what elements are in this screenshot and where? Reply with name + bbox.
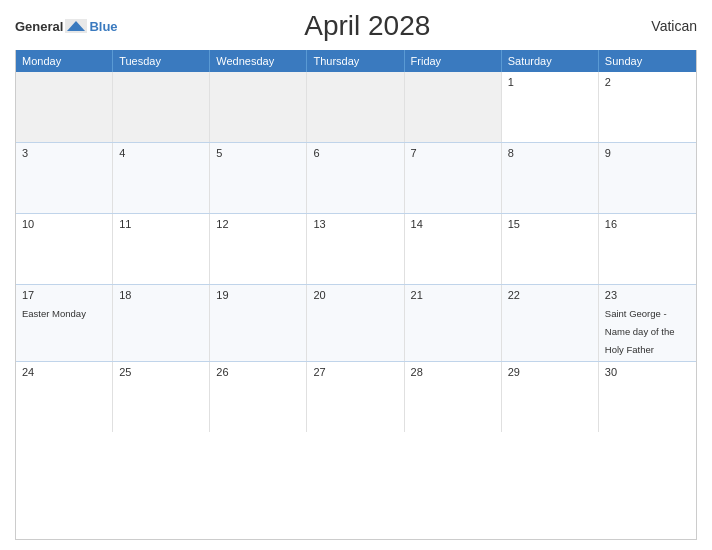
day-number: 15 [508, 218, 592, 230]
table-row: 22 [502, 285, 599, 361]
day-number: 25 [119, 366, 203, 378]
calendar-body: 1234567891011121314151617Easter Monday18… [16, 72, 696, 432]
day-number: 29 [508, 366, 592, 378]
table-row: 27 [307, 362, 404, 432]
page-title: April 2028 [118, 10, 617, 42]
day-number: 6 [313, 147, 397, 159]
table-row: 17Easter Monday [16, 285, 113, 361]
table-row [16, 72, 113, 142]
day-number: 5 [216, 147, 300, 159]
table-row: 13 [307, 214, 404, 284]
day-number: 14 [411, 218, 495, 230]
day-number: 26 [216, 366, 300, 378]
day-number: 11 [119, 218, 203, 230]
day-number: 2 [605, 76, 690, 88]
table-row: 12 [210, 214, 307, 284]
event-label: Easter Monday [22, 308, 86, 319]
table-row: 26 [210, 362, 307, 432]
table-row: 6 [307, 143, 404, 213]
table-row [113, 72, 210, 142]
day-number: 4 [119, 147, 203, 159]
day-number: 30 [605, 366, 690, 378]
day-number: 19 [216, 289, 300, 301]
header: General Blue April 2028 Vatican [15, 10, 697, 42]
day-number: 28 [411, 366, 495, 378]
table-row: 1 [502, 72, 599, 142]
table-row: 23Saint George - Name day of the Holy Fa… [599, 285, 696, 361]
logo: General Blue [15, 19, 118, 34]
country-label: Vatican [617, 18, 697, 34]
cal-header-cell-thursday: Thursday [307, 50, 404, 72]
calendar-week-4: 17Easter Monday181920212223Saint George … [16, 285, 696, 362]
table-row: 10 [16, 214, 113, 284]
table-row: 29 [502, 362, 599, 432]
cal-header-cell-friday: Friday [405, 50, 502, 72]
logo-flag-icon [65, 19, 87, 33]
calendar-week-3: 10111213141516 [16, 214, 696, 285]
table-row: 8 [502, 143, 599, 213]
cal-header-cell-sunday: Sunday [599, 50, 696, 72]
day-number: 21 [411, 289, 495, 301]
event-label: Saint George - Name day of the Holy Fath… [605, 308, 675, 355]
table-row: 21 [405, 285, 502, 361]
day-number: 27 [313, 366, 397, 378]
table-row: 19 [210, 285, 307, 361]
day-number: 13 [313, 218, 397, 230]
table-row: 5 [210, 143, 307, 213]
cal-header-cell-saturday: Saturday [502, 50, 599, 72]
cal-header-cell-monday: Monday [16, 50, 113, 72]
cal-header-cell-wednesday: Wednesday [210, 50, 307, 72]
table-row [405, 72, 502, 142]
table-row: 16 [599, 214, 696, 284]
table-row: 25 [113, 362, 210, 432]
day-number: 10 [22, 218, 106, 230]
day-number: 3 [22, 147, 106, 159]
table-row: 4 [113, 143, 210, 213]
calendar-header-row: MondayTuesdayWednesdayThursdayFridaySatu… [16, 50, 696, 72]
table-row: 24 [16, 362, 113, 432]
calendar-week-1: 12 [16, 72, 696, 143]
calendar-week-5: 24252627282930 [16, 362, 696, 432]
day-number: 23 [605, 289, 690, 301]
table-row [307, 72, 404, 142]
calendar-week-2: 3456789 [16, 143, 696, 214]
cal-header-cell-tuesday: Tuesday [113, 50, 210, 72]
table-row: 11 [113, 214, 210, 284]
table-row: 30 [599, 362, 696, 432]
day-number: 8 [508, 147, 592, 159]
table-row: 15 [502, 214, 599, 284]
table-row: 28 [405, 362, 502, 432]
day-number: 1 [508, 76, 592, 88]
table-row: 20 [307, 285, 404, 361]
day-number: 12 [216, 218, 300, 230]
table-row [210, 72, 307, 142]
day-number: 24 [22, 366, 106, 378]
table-row: 18 [113, 285, 210, 361]
logo-general-text: General [15, 19, 63, 34]
table-row: 7 [405, 143, 502, 213]
day-number: 20 [313, 289, 397, 301]
day-number: 17 [22, 289, 106, 301]
day-number: 16 [605, 218, 690, 230]
day-number: 7 [411, 147, 495, 159]
table-row: 3 [16, 143, 113, 213]
calendar: MondayTuesdayWednesdayThursdayFridaySatu… [15, 50, 697, 540]
day-number: 9 [605, 147, 690, 159]
table-row: 9 [599, 143, 696, 213]
logo-blue-text: Blue [89, 19, 117, 34]
day-number: 22 [508, 289, 592, 301]
table-row: 14 [405, 214, 502, 284]
page: General Blue April 2028 Vatican MondayTu… [0, 0, 712, 550]
table-row: 2 [599, 72, 696, 142]
day-number: 18 [119, 289, 203, 301]
